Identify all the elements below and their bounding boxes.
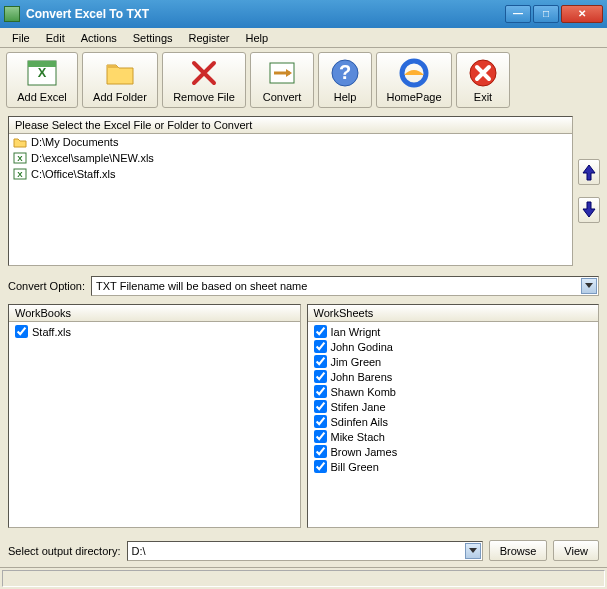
worksheet-name: Mike Stach [331, 431, 385, 443]
worksheet-name: Bill Green [331, 461, 379, 473]
toolbar-add-folder-button[interactable]: Add Folder [82, 52, 158, 108]
worksheet-name: Sdinfen Ails [331, 416, 388, 428]
workbook-item[interactable]: Staff.xls [11, 324, 298, 339]
menu-settings[interactable]: Settings [125, 30, 181, 46]
toolbar-help-button[interactable]: ?Help [318, 52, 372, 108]
file-path: C:\Office\Staff.xls [31, 168, 116, 180]
ie-icon [398, 57, 430, 89]
workbooks-panel: WorkBooks Staff.xls [8, 304, 301, 528]
titlebar: Convert Excel To TXT — □ ✕ [0, 0, 607, 28]
menu-help[interactable]: Help [238, 30, 277, 46]
worksheet-item[interactable]: Ian Wrignt [310, 324, 597, 339]
toolbar: XAdd ExcelAdd FolderRemove FileConvert?H… [0, 48, 607, 110]
excel-icon: X [13, 167, 27, 181]
toolbar-exit-button[interactable]: Exit [456, 52, 510, 108]
worksheet-name: Brown James [331, 446, 398, 458]
toolbar-remove-file-button[interactable]: Remove File [162, 52, 246, 108]
excel-icon: X [26, 57, 58, 89]
convert-option-value: TXT Filename will be based on sheet name [96, 280, 307, 292]
worksheet-checkbox[interactable] [314, 400, 327, 413]
workbook-name: Staff.xls [32, 326, 71, 338]
toolbar-convert-button[interactable]: Convert [250, 52, 314, 108]
worksheet-item[interactable]: Sdinfen Ails [310, 414, 597, 429]
toolbar-label: Remove File [173, 91, 235, 103]
worksheet-checkbox[interactable] [314, 325, 327, 338]
move-down-button[interactable] [578, 197, 600, 223]
arrow-down-icon [582, 201, 596, 219]
window-title: Convert Excel To TXT [26, 7, 149, 21]
worksheets-header: WorkSheets [308, 305, 599, 322]
remove-icon [188, 57, 220, 89]
file-path: D:\My Documents [31, 136, 118, 148]
close-button[interactable]: ✕ [561, 5, 603, 23]
worksheet-checkbox[interactable] [314, 355, 327, 368]
workbook-checkbox[interactable] [15, 325, 28, 338]
browse-button[interactable]: Browse [489, 540, 548, 561]
worksheet-name: Jim Green [331, 356, 382, 368]
folder-icon [13, 135, 27, 149]
toolbar-add-excel-button[interactable]: XAdd Excel [6, 52, 78, 108]
worksheet-checkbox[interactable] [314, 385, 327, 398]
worksheet-name: John Godina [331, 341, 393, 353]
worksheet-checkbox[interactable] [314, 370, 327, 383]
menu-file[interactable]: File [4, 30, 38, 46]
worksheet-item[interactable]: John Barens [310, 369, 597, 384]
worksheet-item[interactable]: Bill Green [310, 459, 597, 474]
file-item[interactable]: XD:\excel\sample\NEW.xls [9, 150, 572, 166]
help-icon: ? [329, 57, 361, 89]
svg-text:X: X [17, 170, 23, 179]
worksheet-item[interactable]: Shawn Komb [310, 384, 597, 399]
worksheet-name: Stifen Jane [331, 401, 386, 413]
view-button[interactable]: View [553, 540, 599, 561]
output-dir-label: Select output directory: [8, 545, 121, 557]
chevron-down-icon[interactable] [581, 278, 597, 294]
worksheet-name: Shawn Komb [331, 386, 396, 398]
output-dir-value: D:\ [132, 545, 146, 557]
chevron-down-icon[interactable] [465, 543, 481, 559]
worksheet-checkbox[interactable] [314, 340, 327, 353]
toolbar-label: Help [334, 91, 357, 103]
folder-icon [104, 57, 136, 89]
output-dir-combo[interactable]: D:\ [127, 541, 483, 561]
exit-icon [467, 57, 499, 89]
file-list-header: Please Select the Excel File or Folder t… [9, 117, 572, 134]
worksheet-name: Ian Wrignt [331, 326, 381, 338]
file-item[interactable]: D:\My Documents [9, 134, 572, 150]
worksheet-item[interactable]: Brown James [310, 444, 597, 459]
toolbar-homepage-button[interactable]: HomePage [376, 52, 452, 108]
menu-edit[interactable]: Edit [38, 30, 73, 46]
statusbar [0, 567, 607, 589]
convert-option-combo[interactable]: TXT Filename will be based on sheet name [91, 276, 599, 296]
file-list-panel[interactable]: Please Select the Excel File or Folder t… [8, 116, 573, 266]
worksheet-item[interactable]: Mike Stach [310, 429, 597, 444]
worksheet-item[interactable]: Stifen Jane [310, 399, 597, 414]
menu-actions[interactable]: Actions [73, 30, 125, 46]
toolbar-label: Add Excel [17, 91, 67, 103]
file-path: D:\excel\sample\NEW.xls [31, 152, 154, 164]
maximize-button[interactable]: □ [533, 5, 559, 23]
worksheets-panel: WorkSheets Ian WrigntJohn GodinaJim Gree… [307, 304, 600, 528]
svg-text:?: ? [339, 61, 351, 83]
toolbar-label: Exit [474, 91, 492, 103]
convert-icon [266, 57, 298, 89]
worksheet-checkbox[interactable] [314, 415, 327, 428]
worksheet-checkbox[interactable] [314, 445, 327, 458]
excel-icon: X [13, 151, 27, 165]
worksheet-name: John Barens [331, 371, 393, 383]
worksheet-item[interactable]: Jim Green [310, 354, 597, 369]
worksheet-checkbox[interactable] [314, 430, 327, 443]
worksheet-checkbox[interactable] [314, 460, 327, 473]
status-cell [2, 570, 605, 587]
convert-option-label: Convert Option: [8, 280, 85, 292]
worksheets-list[interactable]: Ian WrigntJohn GodinaJim GreenJohn Baren… [308, 322, 599, 527]
file-item[interactable]: XC:\Office\Staff.xls [9, 166, 572, 182]
minimize-button[interactable]: — [505, 5, 531, 23]
menu-register[interactable]: Register [181, 30, 238, 46]
svg-text:X: X [17, 154, 23, 163]
toolbar-label: HomePage [386, 91, 441, 103]
workbooks-list[interactable]: Staff.xls [9, 322, 300, 527]
arrow-up-icon [582, 163, 596, 181]
worksheet-item[interactable]: John Godina [310, 339, 597, 354]
toolbar-label: Convert [263, 91, 302, 103]
move-up-button[interactable] [578, 159, 600, 185]
